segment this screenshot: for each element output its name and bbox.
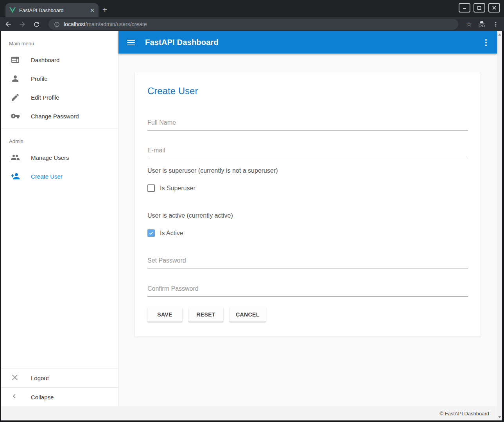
appbar-title: FastAPI Dashboard <box>145 38 219 47</box>
chevron-left-icon <box>11 392 20 402</box>
bookmark-star-icon[interactable]: ☆ <box>466 20 472 29</box>
create-user-card: Create User User is superuser (currently… <box>135 72 481 337</box>
email-field[interactable] <box>147 147 468 158</box>
site-info-icon[interactable] <box>54 21 60 27</box>
forward-icon[interactable] <box>18 20 27 29</box>
sidebar-item-manage-users[interactable]: Manage Users <box>1 148 118 167</box>
sidebar-section-main-menu: Main menu <box>1 31 118 50</box>
people-icon <box>11 153 20 162</box>
reload-icon[interactable] <box>32 20 41 29</box>
sidebar-item-profile[interactable]: Profile <box>1 69 118 88</box>
browser-menu-icon[interactable] <box>491 20 500 29</box>
vue-logo-icon <box>9 7 16 13</box>
minimize-button[interactable] <box>459 3 470 13</box>
browser-tab[interactable]: FastAPI Dashboard ✕ <box>5 3 99 17</box>
sidebar-item-collapse[interactable]: Collapse <box>1 388 118 406</box>
url-bar[interactable]: localhost/main/admin/users/create <box>48 19 458 30</box>
dashboard-icon <box>11 55 20 64</box>
sidebar-item-dashboard[interactable]: Dashboard <box>1 50 118 69</box>
sidebar-item-create-user[interactable]: Create User <box>1 167 118 186</box>
page-viewport: Main menu Dashboard Profile Edit Profile <box>1 31 502 420</box>
appbar-menu-icon[interactable] <box>484 38 488 48</box>
tab-title: FastAPI Dashboard <box>19 7 86 13</box>
browser-titlebar: FastAPI Dashboard ✕ + <box>0 0 504 17</box>
form-actions: SAVE RESET CANCEL <box>147 307 468 322</box>
is-active-checkbox[interactable] <box>147 229 155 237</box>
sidebar-item-label: Edit Profile <box>31 94 59 101</box>
main-content: Create User User is superuser (currently… <box>118 54 497 406</box>
reset-button[interactable]: RESET <box>188 307 223 322</box>
sidebar-item-logout[interactable]: Logout <box>1 368 118 387</box>
browser-window: FastAPI Dashboard ✕ + <box>0 0 504 422</box>
save-button[interactable]: SAVE <box>147 307 182 322</box>
url-host: localhost <box>64 21 85 27</box>
close-button[interactable] <box>488 3 500 13</box>
new-tab-icon[interactable]: + <box>102 5 107 14</box>
appbar: FastAPI Dashboard <box>118 31 497 54</box>
confirm-password-field[interactable] <box>147 285 468 297</box>
sidebar-item-change-password[interactable]: Change Password <box>1 107 118 125</box>
url-path: /main/admin/users/create <box>85 21 147 27</box>
hamburger-menu-icon[interactable] <box>127 40 135 45</box>
set-password-field[interactable] <box>147 257 468 268</box>
person-icon <box>11 74 20 83</box>
cancel-button[interactable]: CANCEL <box>230 307 266 322</box>
incognito-icon <box>477 20 486 29</box>
scrollbar-up-icon[interactable] <box>497 32 502 37</box>
vertical-scrollbar[interactable] <box>497 31 502 420</box>
sidebar-item-label: Dashboard <box>31 57 59 63</box>
close-x-icon <box>11 373 20 383</box>
sidebar-section-admin: Admin <box>1 129 118 148</box>
sidebar-item-label: Change Password <box>31 113 79 120</box>
browser-toolbar: localhost/main/admin/users/create ☆ <box>0 17 504 31</box>
sidebar-item-label: Logout <box>31 375 49 381</box>
copyright-text: © FastAPI Dashboard <box>439 411 489 417</box>
sidebar-item-edit-profile[interactable]: Edit Profile <box>1 88 118 107</box>
is-active-checkbox-row[interactable]: Is Active <box>147 229 468 237</box>
is-superuser-checkbox-row[interactable]: Is Superuser <box>147 184 468 192</box>
sidebar-item-label: Profile <box>31 75 48 82</box>
is-superuser-label[interactable]: Is Superuser <box>160 185 196 192</box>
is-active-label[interactable]: Is Active <box>160 230 183 237</box>
sidebar-item-label: Create User <box>31 173 63 180</box>
scrollbar-down-icon[interactable] <box>497 415 502 420</box>
page-title: Create User <box>147 86 468 97</box>
sidebar-item-label: Manage Users <box>31 154 69 161</box>
sidebar-item-label: Collapse <box>31 394 54 401</box>
pencil-icon <box>11 93 20 102</box>
maximize-button[interactable] <box>474 3 485 13</box>
key-icon <box>11 111 20 121</box>
person-add-icon <box>11 172 20 181</box>
is-superuser-checkbox[interactable] <box>147 184 155 192</box>
page-footer: © FastAPI Dashboard <box>1 406 497 420</box>
full-name-field[interactable] <box>147 119 468 131</box>
tab-close-icon[interactable]: ✕ <box>90 7 95 13</box>
back-icon[interactable] <box>4 20 13 29</box>
superuser-hint: User is superuser (currently is not a su… <box>147 167 468 174</box>
active-hint: User is active (currently active) <box>147 212 468 219</box>
sidebar: Main menu Dashboard Profile Edit Profile <box>1 31 118 406</box>
